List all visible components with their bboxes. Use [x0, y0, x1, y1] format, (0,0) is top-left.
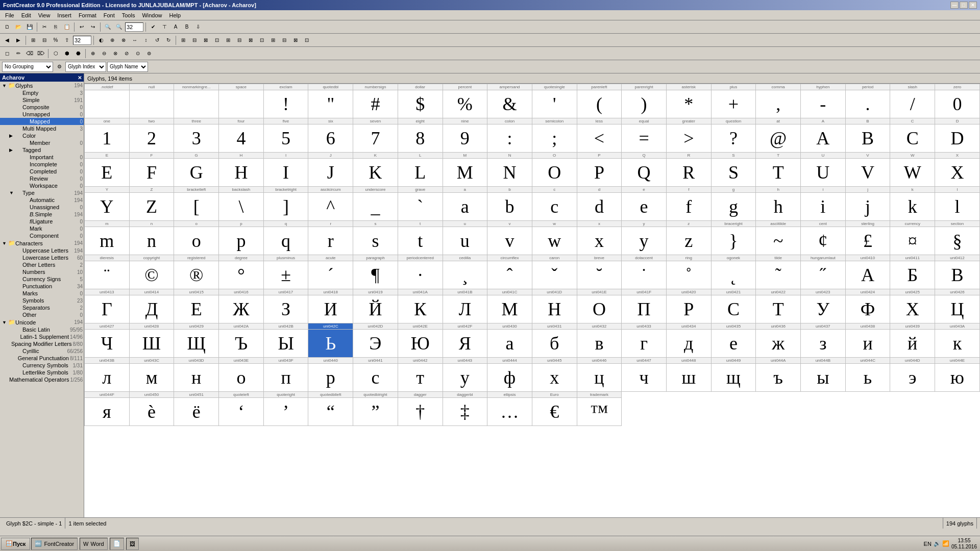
glyph-cell-c[interactable]: cc	[532, 187, 577, 221]
glyph-cell-uni0448[interactable]: uni0448ш	[666, 358, 711, 392]
glyph-character[interactable]: М	[487, 295, 532, 323]
tree-item-currency-signs[interactable]: Currency Signs5	[0, 276, 84, 283]
glyph-cell-O[interactable]: OO	[532, 153, 577, 187]
glyph-character[interactable]: 0	[935, 90, 979, 118]
glyph-character[interactable]: щ	[712, 364, 756, 391]
glyph-cell-dollar[interactable]: dollar$	[398, 84, 443, 118]
glyph-cell-bracketright[interactable]: bracketright]	[263, 187, 308, 221]
tree-item-letterlike-symbols[interactable]: Letterlike Symbols1/80	[0, 369, 84, 376]
glyph-cell-T[interactable]: TT	[756, 153, 801, 187]
glyph-character[interactable]: §	[935, 227, 979, 255]
glyph-cell-uni0439[interactable]: uni0439й	[890, 323, 935, 358]
glyph-character[interactable]: о	[219, 364, 263, 391]
glyph-character[interactable]: ˝	[801, 261, 845, 289]
menu-view[interactable]: View	[35, 11, 54, 19]
tree-item-composite[interactable]: Composite0	[0, 104, 84, 111]
tb2-btn2[interactable]: ▶	[13, 35, 23, 45]
glyph-cell-semicolon[interactable]: semicolon;	[532, 118, 577, 153]
glyph-character[interactable]: ·	[398, 261, 443, 289]
glyph-cell-trademark[interactable]: trademark™	[577, 392, 622, 426]
glyph-character[interactable]: ]	[264, 193, 308, 220]
glyph-character[interactable]: j	[846, 193, 890, 220]
glyph-character[interactable]: Щ	[174, 330, 218, 357]
glyph-character[interactable]: Y	[85, 193, 129, 220]
glyph-cell-uni0434[interactable]: uni0434д	[666, 323, 711, 358]
glyph-character[interactable]: u	[443, 227, 487, 255]
glyph-cell-uni0413[interactable]: uni0413Г	[85, 289, 130, 323]
tb2-btn14[interactable]: ⊞	[178, 35, 188, 45]
glyph-character[interactable]	[130, 90, 174, 118]
glyph-cell-plus[interactable]: plus+	[711, 84, 756, 118]
panel-close-button[interactable]: ✕	[78, 75, 82, 81]
glyph-character[interactable]: s	[353, 227, 398, 255]
tree-item-unmapped[interactable]: Unmapped0	[0, 111, 84, 118]
glyph-character[interactable]: k	[890, 193, 935, 220]
glyph-cell-uni044A[interactable]: uni044Aъ	[756, 358, 801, 392]
glyph-cell-quotedblright[interactable]: quotedblright”	[353, 392, 398, 426]
glyph-cell-k[interactable]: kk	[890, 187, 935, 221]
glyph-character[interactable]: T	[756, 159, 800, 186]
glyph-character[interactable]	[85, 90, 129, 118]
tree-item-color[interactable]: ▶Color	[0, 132, 84, 139]
tree-item-multi-mapped[interactable]: Multi Mapped3	[0, 125, 84, 132]
glyph-cell-uni044C[interactable]: uni044Cь	[845, 358, 890, 392]
glyph-cell-uni0426[interactable]: uni0426Ц	[935, 289, 980, 323]
glyph-cell-quotedbl[interactable]: quotedbl"	[308, 84, 353, 118]
menu-help[interactable]: Help	[166, 11, 184, 19]
glyph-character[interactable]: Ь	[308, 330, 353, 357]
tb2-btn25[interactable]: ⊡	[302, 35, 312, 45]
glyph-cell-M[interactable]: MM	[443, 153, 487, 187]
tb2-btn12[interactable]: ↺	[152, 35, 162, 45]
glyph-cell-dotaccent[interactable]: dotaccent˙	[622, 255, 667, 289]
glyph-cell-uni0427[interactable]: uni0427Ч	[85, 323, 130, 358]
glyph-character[interactable]: ©	[130, 261, 174, 289]
glyph-cell-nonmarkingre...[interactable]: nonmarkingre...	[174, 84, 219, 118]
glyph-character[interactable]: o	[174, 227, 218, 255]
open-button[interactable]: 📂	[13, 22, 23, 32]
glyph-character[interactable]: B	[846, 124, 890, 152]
tree-item-uppercase-letters[interactable]: Uppercase Letters194	[0, 247, 84, 254]
glyph-cell-question[interactable]: question?	[711, 118, 756, 153]
glyph-character[interactable]: 3	[174, 124, 218, 152]
glyph-character[interactable]: ф	[487, 364, 532, 391]
metrics-button[interactable]: ⊤	[159, 22, 169, 32]
view-select[interactable]: Glyph Name	[107, 62, 148, 72]
tb2-btn23[interactable]: ⊟	[279, 35, 289, 45]
tree-item-symbols[interactable]: Symbols23	[0, 297, 84, 304]
glyph-cell-uni043B[interactable]: uni043Bл	[85, 358, 130, 392]
glyph-cell-uni043A[interactable]: uni043Aк	[935, 323, 980, 358]
glyph-cell-ampersand[interactable]: ampersand&	[487, 84, 532, 118]
glyph-character[interactable]: У	[801, 295, 845, 323]
glyph-cell-one[interactable]: one1	[85, 118, 130, 153]
glyph-cell-period[interactable]: period.	[845, 84, 890, 118]
tree-item-component[interactable]: Component0	[0, 232, 84, 239]
value-input[interactable]	[73, 36, 91, 45]
tb3-btn2[interactable]: ✏	[13, 48, 23, 59]
glyph-character[interactable]: т	[398, 364, 443, 391]
glyph-character[interactable]: х	[532, 364, 577, 391]
glyph-cell-ellipsis[interactable]: ellipsis…	[487, 392, 532, 426]
glyph-character[interactable]: п	[264, 364, 308, 391]
glyph-cell-q[interactable]: qq	[263, 221, 308, 255]
glyph-cell-l[interactable]: ll	[935, 187, 980, 221]
glyph-cell-uni0425[interactable]: uni0425Х	[890, 289, 935, 323]
menu-format[interactable]: Format	[76, 11, 100, 19]
tree-item-cyrillic[interactable]: Cyrillic66/256	[0, 347, 84, 355]
tree-item-automatic[interactable]: Automatic194	[0, 196, 84, 204]
glyph-cell-uni044D[interactable]: uni044Dэ	[890, 358, 935, 392]
tree-item-separators[interactable]: Separators2	[0, 304, 84, 311]
glyph-cell-uni0433[interactable]: uni0433г	[622, 323, 667, 358]
glyph-character[interactable]: м	[130, 364, 174, 391]
tb3-btn13[interactable]: ⊚	[144, 48, 154, 59]
glyph-cell-uni0420[interactable]: uni0420Р	[666, 289, 711, 323]
glyph-character[interactable]: K	[353, 159, 398, 186]
glyph-character[interactable]: ;	[532, 124, 577, 152]
glyph-cell-uni0412[interactable]: uni0412В	[935, 255, 980, 289]
glyph-cell-greater[interactable]: greater>	[666, 118, 711, 153]
close-button[interactable]: ✕	[969, 2, 977, 9]
glyph-character[interactable]: ±	[264, 261, 308, 289]
maximize-button[interactable]: □	[960, 2, 968, 9]
tree-item-ligature[interactable]: fi Ligature0	[0, 218, 84, 225]
glyph-cell-uni0441[interactable]: uni0441с	[353, 358, 398, 392]
glyph-cell-two[interactable]: two2	[129, 118, 174, 153]
